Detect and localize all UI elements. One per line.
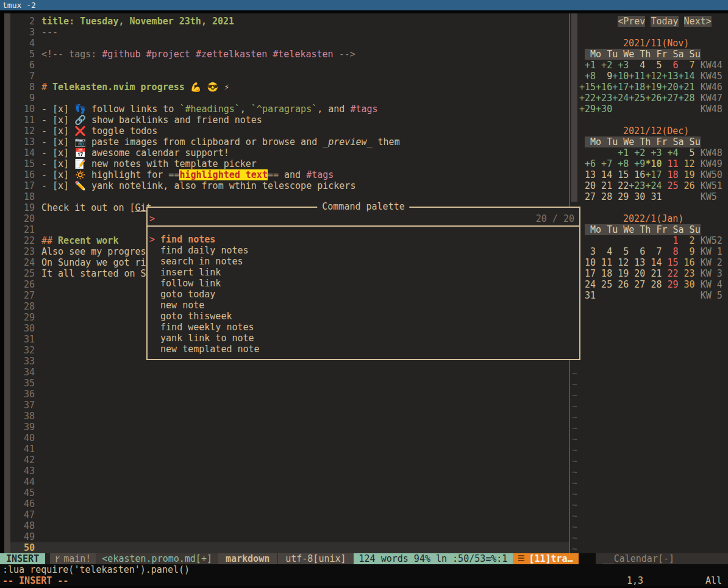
calendar-day[interactable]: +18 [629, 82, 645, 93]
calendar-day[interactable]: 3 [579, 246, 596, 257]
calendar-day[interactable]: 29 [612, 191, 629, 202]
calendar-day[interactable]: +28 [679, 93, 695, 104]
calendar-day[interactable]: 6 [662, 60, 678, 71]
palette-item[interactable]: insert link [148, 267, 579, 278]
calendar-day[interactable]: 2 [679, 235, 695, 246]
calendar-day[interactable]: *10 [645, 158, 662, 169]
calendar-day[interactable]: 27 [579, 191, 596, 202]
calendar-day[interactable]: 28 [596, 191, 612, 202]
editor-line[interactable]: 10- [x] 👣 follow links to `#headings`, `… [10, 104, 569, 115]
calendar-day[interactable]: +3 [612, 60, 629, 71]
calendar-day[interactable]: 12 [679, 158, 695, 169]
editor-line[interactable]: 35 [10, 378, 569, 389]
calendar-day[interactable]: 13 [579, 169, 596, 180]
calendar-day[interactable]: +1 [579, 60, 596, 71]
editor-line[interactable]: 40 [10, 433, 569, 444]
calendar-day[interactable]: +11 [629, 71, 645, 82]
editor-line[interactable]: 49 [10, 531, 569, 542]
calendar-day[interactable]: +9 [629, 158, 645, 169]
palette-item[interactable]: yank link to note [148, 333, 579, 344]
calendar-day[interactable]: 5 [612, 246, 629, 257]
calendar-day[interactable]: +12 [645, 71, 662, 82]
calendar-day[interactable]: 20 [629, 268, 645, 279]
calendar-day[interactable]: +21 [679, 82, 695, 93]
palette-item[interactable]: find weekly notes [148, 322, 579, 333]
calendar-day[interactable]: +26 [645, 93, 662, 104]
calendar-day[interactable]: +20 [662, 82, 678, 93]
calendar-day[interactable]: 31 [579, 290, 596, 301]
calendar-day[interactable]: +10 [612, 71, 629, 82]
editor-line[interactable]: 9 [10, 93, 569, 104]
calendar-day[interactable]: +23 [629, 180, 645, 191]
editor-line[interactable]: 5<!-- tags: #github #project #zettelkast… [10, 49, 569, 60]
left-scrollbar[interactable] [4, 13, 10, 553]
palette-item[interactable]: goto today [148, 289, 579, 300]
palette-item[interactable]: follow link [148, 278, 579, 289]
calendar-day[interactable]: 4 [596, 246, 612, 257]
calendar-day[interactable]: +14 [679, 71, 695, 82]
palette-input[interactable]: > 20 / 20 [148, 213, 579, 224]
editor-line[interactable]: 11- [x] 🔗 show backlinks and friend note… [10, 115, 569, 126]
calendar-day[interactable]: 29 [662, 279, 678, 290]
calendar-prev-button[interactable]: <Prev [618, 16, 645, 27]
palette-item[interactable]: find daily notes [148, 245, 579, 256]
editor-line[interactable]: 41 [10, 444, 569, 455]
calendar-day[interactable]: 27 [629, 279, 645, 290]
calendar-day[interactable]: +23 [596, 93, 612, 104]
calendar-day[interactable]: 15 [612, 169, 629, 180]
calendar-next-button[interactable]: Next> [684, 16, 712, 27]
editor-line[interactable]: 6 [10, 60, 569, 71]
calendar-day[interactable]: 30 [679, 279, 695, 290]
editor-line[interactable]: 18 [10, 191, 569, 202]
palette-item[interactable]: search in notes [148, 256, 579, 267]
calendar-day[interactable]: 7 [679, 60, 695, 71]
calendar-day[interactable]: 18 [662, 169, 678, 180]
calendar-day[interactable]: 19 [679, 169, 695, 180]
calendar-day[interactable]: +24 [612, 93, 629, 104]
calendar-day[interactable]: 21 [596, 180, 612, 191]
calendar-day[interactable]: 26 [679, 180, 695, 191]
calendar-day[interactable]: +27 [662, 93, 678, 104]
calendar-day[interactable]: 4 [629, 60, 645, 71]
calendar-day[interactable]: +24 [645, 180, 662, 191]
calendar-day[interactable]: +2 [596, 60, 612, 71]
editor-line[interactable]: 16- [x] 🔅 highlight for ==highlighted te… [10, 169, 569, 180]
editor-line[interactable]: 17- [x] ✏️ yank notelink, also from wthi… [10, 180, 569, 191]
calendar-day[interactable]: +15 [579, 82, 596, 93]
editor-line[interactable]: 15- [x] 📝 new notes with template picker [10, 158, 569, 169]
calendar-day[interactable]: +8 [612, 158, 629, 169]
editor-line[interactable]: 13- [x] 📷 paste images from clipboard or… [10, 136, 569, 147]
calendar-day[interactable]: +2 [629, 147, 645, 158]
command-line[interactable]: :lua require('telekasten').panel() [0, 564, 728, 575]
editor-line[interactable]: 50 [10, 542, 569, 553]
editor-line[interactable]: 12- [x] ❌ toggle todos [10, 126, 569, 136]
calendar-day[interactable]: 17 [579, 268, 596, 279]
calendar-day[interactable]: 16 [679, 257, 695, 268]
editor-scrollbar-thumb[interactable] [571, 13, 577, 202]
editor-line[interactable]: 3--- [10, 27, 569, 38]
calendar-day[interactable]: +1 [612, 147, 629, 158]
editor-line[interactable]: 48 [10, 520, 569, 531]
calendar-day[interactable]: 14 [596, 169, 612, 180]
calendar-day[interactable]: +25 [629, 93, 645, 104]
buffer-tab-indicator[interactable]: [11]tra… [513, 553, 578, 564]
calendar-day[interactable]: 25 [662, 180, 678, 191]
calendar-day[interactable]: 7 [645, 246, 662, 257]
calendar-day[interactable]: +16 [596, 82, 612, 93]
calendar-day[interactable]: +6 [579, 158, 596, 169]
calendar-day[interactable]: 18 [596, 268, 612, 279]
calendar-day[interactable]: +3 [645, 147, 662, 158]
calendar-day[interactable]: 26 [612, 279, 629, 290]
calendar-day[interactable]: 20 [579, 180, 596, 191]
editor-line[interactable]: 7 [10, 71, 569, 82]
calendar-day[interactable]: 22 [662, 268, 678, 279]
palette-item[interactable]: new note [148, 300, 579, 311]
editor-line[interactable]: 14- [x] 📅 awesome calendar support! [10, 147, 569, 158]
editor-line[interactable]: 46 [10, 498, 569, 509]
editor-line[interactable]: 4 [10, 38, 569, 49]
editor-line[interactable]: 39 [10, 422, 569, 433]
calendar-day[interactable]: +7 [596, 158, 612, 169]
calendar-day[interactable]: 15 [662, 257, 678, 268]
editor-line[interactable]: 47 [10, 509, 569, 520]
calendar-day[interactable]: +4 [662, 147, 678, 158]
